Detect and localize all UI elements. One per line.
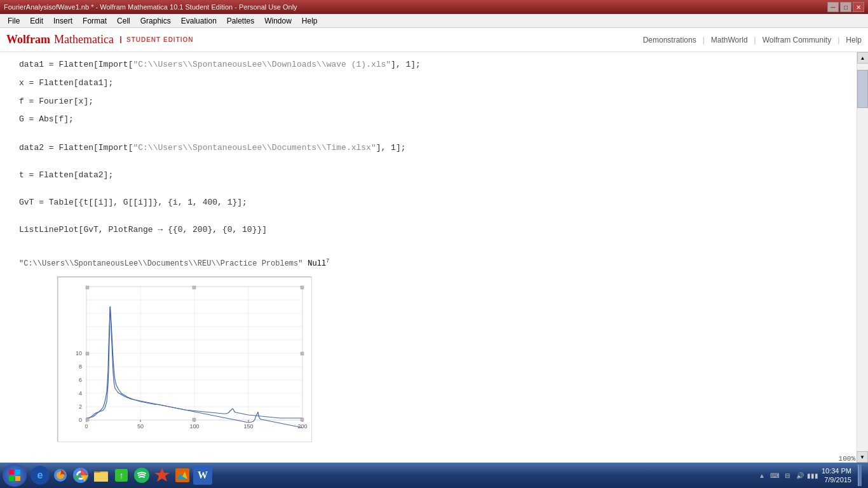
code-cell-6[interactable]: t = Flatten[data2]; — [19, 169, 818, 182]
svg-rect-57 — [175, 468, 189, 482]
code-line-1: data1 = Flatten[Import["C:\\Users\\Spont… — [19, 58, 818, 72]
code-cell-7[interactable]: GvT = Table[{t[[i]], G[[i]]}, {i, 1, 400… — [19, 196, 818, 210]
svg-rect-45 — [15, 476, 20, 481]
code-cell-2[interactable]: x = Flatten[data1]; — [19, 77, 818, 90]
show-desktop-button[interactable] — [858, 464, 862, 486]
maximize-button[interactable]: □ — [840, 2, 851, 12]
svg-text:10: 10 — [76, 350, 82, 356]
wolfram-header: Wolfram Mathematica STUDENT EDITION Demo… — [0, 28, 868, 52]
menu-file[interactable]: File — [3, 15, 25, 27]
code-line-2: x = Flatten[data1]; — [19, 77, 818, 90]
svg-text:100: 100 — [189, 423, 199, 430]
code-cell-4[interactable]: G = Abs[f]; — [19, 113, 818, 126]
wolfram-logo: Wolfram Mathematica STUDENT EDITION — [6, 33, 194, 46]
scrollbar[interactable]: ▲ ▼ — [857, 52, 868, 463]
tray-arrow[interactable]: ▲ — [757, 470, 767, 480]
svg-rect-44 — [9, 476, 14, 481]
output-block: "C:\\Users\\SpontaneousLee\\Documents\\R… — [19, 258, 818, 268]
file-explorer-button[interactable] — [92, 466, 111, 485]
menu-window[interactable]: Window — [259, 15, 297, 27]
svg-text:6: 6 — [79, 377, 82, 383]
tray-battery[interactable]: ▮▮▮ — [808, 470, 818, 480]
menu-format[interactable]: Format — [78, 15, 112, 27]
start-button[interactable] — [3, 464, 27, 487]
link-mathworld[interactable]: MathWorld — [711, 36, 748, 44]
code-line-3: f = Fourier[x]; — [19, 95, 818, 109]
scroll-thumb[interactable] — [857, 70, 868, 108]
svg-rect-41 — [193, 418, 196, 421]
svg-text:50: 50 — [137, 423, 144, 430]
current-time: 10:34 PM — [822, 466, 851, 475]
code-line-7: GvT = Table[{t[[i]], G[[i]]}, {i, 1, 400… — [19, 196, 818, 210]
main-area: data1 = Flatten[Import["C:\\Users\\Spont… — [0, 52, 868, 463]
green-app-button[interactable]: ↑ — [112, 466, 131, 485]
code-cell-3[interactable]: f = Fourier[x]; — [19, 95, 818, 109]
link-help[interactable]: Help — [846, 36, 862, 44]
menu-insert[interactable]: Insert — [48, 15, 78, 27]
firefox-button[interactable] — [51, 466, 70, 485]
svg-text:200: 200 — [297, 423, 307, 430]
menu-cell[interactable]: Cell — [112, 15, 135, 27]
tray-keyboard[interactable]: ⌨ — [770, 470, 780, 480]
svg-rect-52 — [94, 473, 108, 482]
tray-sound[interactable]: 🔊 — [795, 470, 805, 480]
svg-rect-40 — [301, 352, 304, 355]
title-bar: FourierAnalysisofWave1.nb * - Wolfram Ma… — [0, 0, 868, 14]
svg-rect-38 — [193, 286, 196, 289]
menu-help[interactable]: Help — [297, 15, 323, 27]
menu-graphics[interactable]: Graphics — [135, 15, 176, 27]
time-display[interactable]: 10:34 PM 7/9/2015 — [822, 466, 851, 485]
taskbar: e ↑ — [0, 463, 868, 488]
code-line-8: ListLinePlot[GvT, PlotRange → {{0, 200},… — [19, 224, 818, 237]
svg-text:4: 4 — [79, 390, 82, 396]
code-line-5: data2 = Flatten[Import["C:\\Users\\Spont… — [19, 142, 818, 155]
code-cell-1[interactable]: data1 = Flatten[Import["C:\\Users\\Spont… — [19, 58, 818, 72]
svg-marker-56 — [154, 468, 170, 482]
code-cell-8[interactable]: ListLinePlot[GvT, PlotRange → {{0, 200},… — [19, 224, 818, 237]
menu-bar: File Edit Insert Format Cell Graphics Ev… — [0, 14, 868, 28]
word-button[interactable]: W — [193, 466, 212, 485]
svg-text:0: 0 — [79, 417, 82, 423]
link-wolfram-community[interactable]: Wolfram Community — [763, 36, 831, 44]
taskbar-right: ▲ ⌨ ⊟ 🔊 ▮▮▮ 10:34 PM 7/9/2015 — [757, 464, 865, 486]
zoom-indicator: 100% — [839, 455, 855, 463]
menu-edit[interactable]: Edit — [25, 15, 48, 27]
plot-svg: 0 2 4 6 8 10 0 50 100 150 200 — [58, 277, 312, 442]
ie-button[interactable]: e — [31, 466, 50, 485]
separator1: | — [703, 36, 705, 44]
window-title: FourierAnalysisofWave1.nb * - Wolfram Ma… — [4, 3, 297, 11]
notebook[interactable]: data1 = Flatten[Import["C:\\Users\\Spont… — [0, 52, 857, 463]
svg-rect-35 — [86, 418, 89, 421]
tray-network[interactable]: ⊟ — [782, 470, 792, 480]
scroll-track[interactable] — [857, 64, 868, 463]
separator3: | — [837, 36, 839, 44]
svg-rect-34 — [86, 286, 89, 289]
svg-rect-43 — [15, 470, 20, 475]
system-tray: ▲ ⌨ ⊟ 🔊 ▮▮▮ — [757, 470, 818, 480]
code-line-6: t = Flatten[data2]; — [19, 169, 818, 182]
separator2: | — [754, 36, 756, 44]
wolfram-taskbar-button[interactable] — [153, 466, 172, 485]
plot-container[interactable]: 0 2 4 6 8 10 0 50 100 150 200 — [57, 276, 311, 442]
svg-text:↑: ↑ — [119, 470, 124, 480]
scroll-down-button[interactable]: ▼ — [857, 451, 868, 463]
scroll-up-button[interactable]: ▲ — [857, 52, 869, 64]
mathematica-text: Mathematica — [54, 33, 114, 46]
chrome-button[interactable] — [71, 466, 90, 485]
svg-rect-36 — [301, 286, 304, 289]
close-button[interactable]: ✕ — [853, 2, 864, 12]
header-links: Demonstrations | MathWorld | Wolfram Com… — [643, 36, 862, 44]
wolfram-text: Wolfram — [6, 33, 50, 46]
matlab-button[interactable] — [173, 466, 192, 485]
spotify-button[interactable] — [132, 466, 151, 485]
code-cell-5[interactable]: data2 = Flatten[Import["C:\\Users\\Spont… — [19, 142, 818, 155]
menu-palettes[interactable]: Palettes — [222, 15, 259, 27]
title-bar-controls: ─ □ ✕ — [827, 2, 864, 12]
svg-text:0: 0 — [85, 423, 88, 430]
svg-text:8: 8 — [79, 363, 82, 370]
svg-rect-37 — [301, 418, 304, 421]
svg-rect-39 — [86, 352, 89, 355]
link-demonstrations[interactable]: Demonstrations — [643, 36, 696, 44]
menu-evaluation[interactable]: Evaluation — [176, 15, 222, 27]
minimize-button[interactable]: ─ — [827, 2, 839, 12]
